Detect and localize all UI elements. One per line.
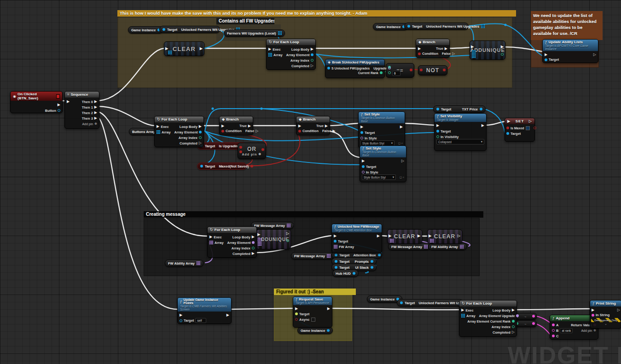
target-pin[interactable]: [436, 130, 439, 133]
target-pin[interactable]: [334, 240, 337, 243]
exec-in-pin[interactable]: ▶: [165, 47, 168, 51]
result-pin[interactable]: [410, 69, 412, 71]
array-pin[interactable]: [157, 130, 160, 134]
array-pin[interactable]: [168, 51, 172, 54]
loop-body-pin[interactable]: ▶: [199, 125, 202, 128]
unlocked-new-fwmessage-node[interactable]: ƒUnlocked New FWMessageTarget is CMB Att…: [331, 224, 382, 253]
completed-pin[interactable]: ▷: [512, 330, 515, 334]
comment-sean[interactable]: Figured it out :) -Sean: [274, 289, 356, 295]
b-pin[interactable]: [552, 329, 555, 332]
then3-pin[interactable]: ▶: [94, 116, 97, 120]
exec-out-pin[interactable]: ▶: [58, 103, 60, 107]
target-self-field[interactable]: self: [195, 318, 206, 323]
style-asset-select[interactable]: Style Button Styl▾: [362, 174, 396, 180]
addunique-node-1[interactable]: ▶ ADDUNIQUE ▶: [470, 40, 505, 60]
branch-node-3[interactable]: ◆Branch ▶True▶ ConditionFalse▶: [296, 116, 330, 135]
not-node[interactable]: NOT: [418, 65, 447, 75]
button-out-pin[interactable]: [58, 109, 60, 112]
for-each-loop-node-4[interactable]: ↻For Each Loop ▶ExecLoop Body▶ ArrayArra…: [459, 300, 517, 337]
print-string-node[interactable]: ƒPrint String ▶▷ In String Development O…: [590, 300, 621, 329]
add-pin-button[interactable]: Add pin⊕: [581, 329, 596, 332]
target-pin[interactable]: [180, 319, 182, 322]
out-pin[interactable]: [261, 148, 264, 151]
clear-node-1[interactable]: ▶ CLEAR ▶: [164, 41, 204, 56]
array-element-pin[interactable]: [199, 131, 202, 133]
for-each-loop-node-3[interactable]: ↻For Each Loop ▶ExecLoop Body▶ ArrayArra…: [207, 226, 257, 258]
exec-in-pin[interactable]: ▶: [429, 234, 432, 238]
false-pin[interactable]: ▷: [255, 129, 258, 133]
array-element-pin[interactable]: [252, 241, 255, 244]
to-string-node-2[interactable]: →: [514, 320, 537, 327]
request-save-node[interactable]: ƒRequest SaveTarget is API Persistence ▶…: [293, 296, 332, 328]
getter-fw-ability-array-1[interactable]: FW Ability Array: [165, 260, 203, 267]
completed-pin[interactable]: ▷: [311, 64, 313, 68]
update-ability-lists-node[interactable]: ƒUpdate Ability ListsTarget is BPGWTY0 C…: [542, 39, 598, 63]
b-value-field[interactable]: 0: [392, 71, 400, 76]
array-pin[interactable]: [424, 245, 428, 248]
array-pin[interactable]: [430, 239, 434, 243]
object-pin[interactable]: [371, 266, 373, 269]
index-out-pin[interactable]: [501, 53, 504, 56]
array-target-pin[interactable]: [472, 50, 476, 54]
exec-in-pin[interactable]: ▶: [418, 47, 421, 51]
is-maxed-pin[interactable]: [506, 127, 509, 129]
branch-node-2[interactable]: ◆Branch ▶True▶ ConditionFalse▷: [219, 116, 253, 135]
object-pin[interactable]: [353, 272, 355, 275]
in-visibility-pin[interactable]: [436, 135, 439, 138]
getter-game-instance-3[interactable]: Game Instance: [297, 327, 333, 334]
exec-out-pin[interactable]: ▷: [617, 308, 620, 312]
getter-txt-price[interactable]: TargetTXT Price: [433, 105, 486, 113]
false-pin[interactable]: ▷: [452, 52, 455, 56]
loop-body-pin[interactable]: ▶: [512, 308, 515, 312]
then0-pin[interactable]: ▶: [94, 100, 97, 104]
exec-out-pin[interactable]: ▷: [593, 53, 596, 57]
exec-in-pin[interactable]: ▶: [362, 159, 365, 163]
array-index-pin[interactable]: [252, 247, 255, 249]
a-pin[interactable]: [239, 146, 242, 149]
condition-pin[interactable]: [418, 52, 421, 55]
target-pin[interactable]: [407, 25, 410, 28]
exec-in-pin[interactable]: ▶: [389, 234, 392, 238]
on-clicked-event-node[interactable]: ◉On Clicked (BTN_Save) ▶ Button: [10, 91, 63, 113]
exec-in-pin[interactable]: ▶: [436, 124, 439, 127]
getter-game-instance-2[interactable]: Game Instance: [373, 23, 408, 30]
target-pin[interactable]: [545, 58, 547, 61]
exec-in-pin[interactable]: ▶: [209, 235, 212, 239]
false-pin[interactable]: ▶: [332, 129, 335, 133]
exec-in-pin[interactable]: ▶: [461, 308, 464, 312]
addunique-node-2[interactable]: ▶ ADDUNIQUE ▷: [256, 229, 291, 249]
branch-node-1[interactable]: ◆Branch ▶True▶ ConditionFalse▷: [416, 39, 450, 58]
add-pin-button[interactable]: Add pin⊕: [67, 121, 97, 127]
exec-in-pin[interactable]: ▶: [295, 307, 298, 311]
comment-adam[interactable]: This is how I would have make the save w…: [117, 10, 516, 17]
equals-node[interactable]: 0 ==: [386, 63, 414, 78]
current-rank-out-pin[interactable]: [380, 71, 383, 74]
asset-buttons[interactable]: ◻ ⌕: [400, 175, 404, 179]
array-index-pin[interactable]: [199, 136, 202, 139]
array-pin[interactable]: [390, 239, 394, 243]
fw-array-pin[interactable]: [334, 245, 337, 248]
exec-in-pin[interactable]: ▶: [268, 47, 271, 51]
exec-in-pin[interactable]: ▶: [507, 120, 511, 123]
loop-body-pin[interactable]: ▶: [252, 235, 255, 239]
b-value-field[interactable]: at rank: [560, 328, 573, 333]
array-pin[interactable]: [197, 261, 200, 265]
target-pin[interactable]: [335, 260, 337, 263]
comment-contains[interactable]: Contains all FW Upgrades: [216, 18, 274, 24]
exec-in-pin[interactable]: ▶: [471, 45, 474, 49]
target-pin[interactable]: [360, 131, 363, 134]
clear-node-3[interactable]: ▶ CLEAR ▷: [427, 229, 462, 244]
array-pin[interactable]: [268, 53, 272, 57]
index-out-pin[interactable]: [286, 239, 289, 242]
exec-in-pin[interactable]: ▶: [221, 124, 224, 128]
getter-hub-hud[interactable]: Hub HUD: [332, 270, 359, 277]
exec-out-pin[interactable]: ▶: [200, 47, 203, 51]
set-style-node-2[interactable]: ƒSet StyleTarget is Common Button Base ▶…: [360, 145, 406, 182]
getter-fw-message-array-3[interactable]: FW Message Array: [388, 243, 431, 250]
new-item-pin[interactable]: [258, 242, 261, 246]
out-pin[interactable]: [532, 315, 535, 318]
getter-maxed-not-saved[interactable]: TargetMaxed(Not Saved): [197, 162, 247, 170]
out-pin[interactable]: [443, 69, 446, 71]
array-pin[interactable]: [460, 245, 464, 248]
target-pin[interactable]: [362, 165, 365, 168]
